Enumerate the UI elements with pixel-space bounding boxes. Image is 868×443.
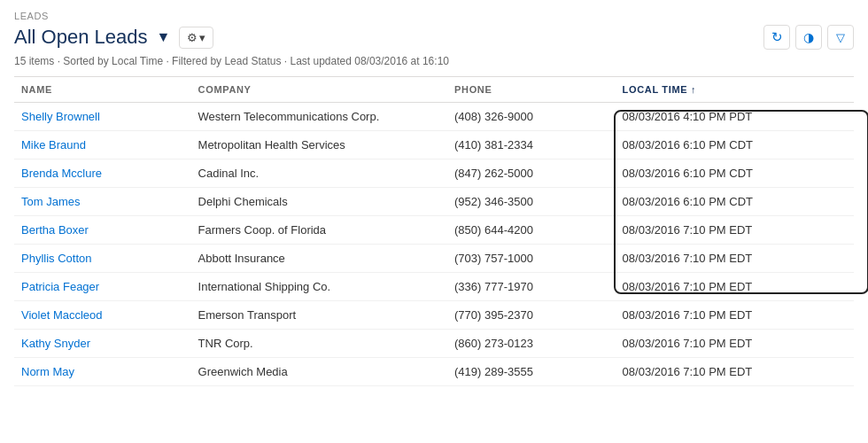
cell-phone: (336) 777-1970 [447, 273, 616, 301]
cell-phone: (952) 346-3500 [447, 188, 616, 216]
refresh-icon: ↻ [771, 29, 783, 45]
cell-name: Phyllis Cotton [14, 245, 191, 273]
table-row: Tom JamesDelphi Chemicals(952) 346-35000… [14, 188, 854, 216]
cell-name: Shelly Brownell [14, 103, 191, 131]
lead-name-link[interactable]: Kathy Snyder [21, 337, 90, 350]
cell-company: Farmers Coop. of Florida [191, 216, 447, 245]
page-wrapper: LEADS All Open Leads ▼ ⚙ ▾ ↻ ◑ ▽ 15 item… [0, 0, 868, 443]
cell-phone: (410) 381-2334 [447, 131, 616, 159]
cell-company: International Shipping Co. [191, 273, 447, 301]
cell-phone: (850) 644-4200 [447, 216, 616, 245]
cell-phone: (770) 395-2370 [447, 301, 616, 330]
table-row: Shelly BrownellWestern Telecommunication… [14, 103, 854, 131]
table-row: Kathy SnyderTNR Corp.(860) 273-012308/03… [14, 330, 854, 358]
chart-button[interactable]: ◑ [795, 25, 822, 50]
cell-phone: (408) 326-9000 [447, 103, 616, 131]
lead-name-link[interactable]: Tom James [21, 195, 80, 208]
cell-name: Patricia Feager [14, 273, 191, 301]
cell-phone: (703) 757-1000 [447, 245, 616, 273]
cell-localtime: 08/03/2016 7:10 PM EDT [616, 245, 854, 273]
table-row: Phyllis CottonAbbott Insurance(703) 757-… [14, 245, 854, 273]
table-row: Patricia FeagerInternational Shipping Co… [14, 273, 854, 301]
cell-localtime: 08/03/2016 7:10 PM EDT [616, 273, 854, 301]
cell-name: Kathy Snyder [14, 330, 191, 358]
cell-name: Mike Braund [14, 131, 191, 159]
table-header: NAME COMPANY PHONE LOCAL TIME ↑ [14, 77, 854, 103]
table-row: Bertha BoxerFarmers Coop. of Florida(850… [14, 216, 854, 245]
gear-dropdown-icon: ▾ [199, 31, 205, 44]
table-row: Violet MaccleodEmerson Transport(770) 39… [14, 301, 854, 330]
lead-name-link[interactable]: Norm May [21, 365, 74, 378]
col-header-localtime[interactable]: LOCAL TIME ↑ [616, 77, 854, 103]
cell-localtime: 08/03/2016 6:10 PM CDT [616, 131, 854, 159]
cell-localtime: 08/03/2016 6:10 PM CDT [616, 188, 854, 216]
cell-localtime: 08/03/2016 7:10 PM EDT [616, 358, 854, 386]
cell-name: Violet Maccleod [14, 301, 191, 330]
sort-arrow-icon: ↑ [691, 84, 696, 95]
lead-name-link[interactable]: Patricia Feager [21, 280, 99, 293]
section-label: LEADS [14, 11, 854, 21]
lead-name-link[interactable]: Shelly Brownell [21, 110, 100, 123]
chart-icon: ◑ [803, 30, 814, 44]
header-row-tr: NAME COMPANY PHONE LOCAL TIME ↑ [14, 77, 854, 103]
cell-localtime: 08/03/2016 7:10 PM EDT [616, 216, 854, 245]
cell-localtime: 08/03/2016 7:10 PM EDT [616, 330, 854, 358]
table-body: Shelly BrownellWestern Telecommunication… [14, 103, 854, 386]
cell-localtime: 08/03/2016 4:10 PM PDT [616, 103, 854, 131]
refresh-button[interactable]: ↻ [763, 25, 790, 50]
cell-phone: (419) 289-3555 [447, 358, 616, 386]
cell-company: Western Telecommunications Corp. [191, 103, 447, 131]
cell-company: Emerson Transport [191, 301, 447, 330]
col-header-phone[interactable]: PHONE [447, 77, 616, 103]
cell-phone: (860) 273-0123 [447, 330, 616, 358]
filter-icon: ▽ [836, 31, 845, 44]
gear-button[interactable]: ⚙ ▾ [179, 27, 213, 49]
table-row: Mike BraundMetropolitan Health Services(… [14, 131, 854, 159]
cell-name: Norm May [14, 358, 191, 386]
cell-name: Tom James [14, 188, 191, 216]
cell-company: Delphi Chemicals [191, 188, 447, 216]
filter-button[interactable]: ▽ [827, 25, 854, 50]
header-row: All Open Leads ▼ ⚙ ▾ ↻ ◑ ▽ [14, 25, 854, 50]
table-row: Norm MayGreenwich Media(419) 289-355508/… [14, 358, 854, 386]
cell-company: TNR Corp. [191, 330, 447, 358]
lead-name-link[interactable]: Bertha Boxer [21, 223, 89, 237]
cell-localtime: 08/03/2016 6:10 PM CDT [616, 159, 854, 188]
table-container: NAME COMPANY PHONE LOCAL TIME ↑ Shelly B… [14, 77, 854, 386]
page-title: All Open Leads [14, 26, 147, 49]
lead-name-link[interactable]: Brenda Mcclure [21, 167, 102, 180]
gear-icon: ⚙ [187, 31, 198, 44]
cell-name: Brenda Mcclure [14, 159, 191, 188]
cell-phone: (847) 262-5000 [447, 159, 616, 188]
header-right: ↻ ◑ ▽ [763, 25, 854, 50]
subtitle: 15 items · Sorted by Local Time · Filter… [14, 55, 854, 67]
lead-name-link[interactable]: Violet Maccleod [21, 308, 103, 322]
cell-company: Cadinal Inc. [191, 159, 447, 188]
cell-company: Abbott Insurance [191, 245, 447, 273]
leads-table: NAME COMPANY PHONE LOCAL TIME ↑ Shelly B… [14, 77, 854, 386]
col-header-company[interactable]: COMPANY [191, 77, 447, 103]
table-row: Brenda McclureCadinal Inc.(847) 262-5000… [14, 159, 854, 188]
cell-company: Greenwich Media [191, 358, 447, 386]
header-left: All Open Leads ▼ ⚙ ▾ [14, 26, 213, 49]
cell-name: Bertha Boxer [14, 216, 191, 245]
lead-name-link[interactable]: Mike Braund [21, 138, 86, 152]
title-dropdown-button[interactable]: ▼ [154, 29, 172, 45]
col-header-name[interactable]: NAME [14, 77, 191, 103]
cell-localtime: 08/03/2016 7:10 PM EDT [616, 301, 854, 330]
cell-company: Metropolitan Health Services [191, 131, 447, 159]
lead-name-link[interactable]: Phyllis Cotton [21, 252, 91, 265]
